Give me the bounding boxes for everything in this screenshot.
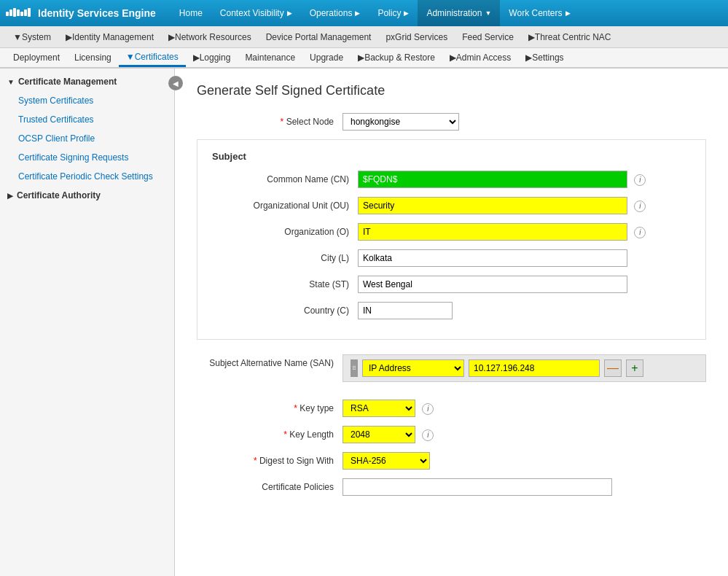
nav-operations[interactable]: Operations ▶ [301,0,369,26]
select-node-dropdown[interactable]: hongkongise [343,113,459,131]
svg-rect-6 [28,8,31,17]
cisco-logo-icon [6,6,32,20]
san-add-button[interactable]: + [626,359,643,377]
nav-operations-arrow: ▶ [355,9,360,17]
svg-rect-1 [9,9,12,16]
svg-rect-2 [13,8,16,17]
digest-dropdown[interactable]: SHA-256 SHA-384 SHA-512 [343,452,430,470]
common-name-field: i [358,171,691,188]
state-field [358,276,691,293]
cert-policies-label: Certificate Policies [197,482,343,492]
nav-maintenance[interactable]: Maintenance [238,48,302,67]
nav-work-centers[interactable]: Work Centers ▶ [500,0,579,26]
nav-deployment[interactable]: Deployment [6,48,67,67]
sidebar-collapse-button[interactable]: ◀ [168,76,183,90]
sidebar: ◀ ▼ Certificate Management System Certif… [0,69,175,576]
nav-certificates[interactable]: ▼ Certificates [119,48,186,67]
san-drag-handle[interactable]: ⠿ [351,359,358,377]
state-label: State (ST) [212,279,358,289]
state-input[interactable] [358,276,627,293]
san-remove-button[interactable]: — [604,359,622,377]
nav-work-centers-arrow: ▶ [565,9,571,17]
nav-pxgrid-services[interactable]: pxGrid Services [378,26,455,47]
select-node-row: * Select Node hongkongise [197,113,706,131]
key-type-info-icon[interactable]: i [422,403,434,415]
org-info-icon[interactable]: i [634,227,646,238]
org-unit-field: i [358,197,691,214]
nav-backup-restore-arrow-icon: ▶ [358,52,364,63]
nav-threat-centric-nac[interactable]: ▶ Threat Centric NAC [521,26,619,47]
cert-policies-field [343,478,706,496]
san-field: ⠿ IP Address DNS URI Email — + [343,354,706,391]
sidebar-item-trusted-certificates[interactable]: Trusted Certificates [0,110,174,129]
org-field: i [358,223,691,241]
nav-admin-access[interactable]: ▶ Admin Access [442,48,518,67]
org-label: Organization (O) [212,227,358,237]
sidebar-cert-authority-header[interactable]: ▶ Certificate Authority [0,186,174,205]
sidebar-item-system-certificates[interactable]: System Certificates [0,91,174,110]
nav-network-resources[interactable]: ▶ Network Resources [161,26,259,47]
nav-identity-management[interactable]: ▶ Identity Management [58,26,161,47]
country-field [358,302,691,319]
org-unit-input[interactable] [358,197,627,214]
city-label: City (L) [212,253,358,263]
nav-system-arrow-icon: ▼ [13,32,22,42]
key-length-dropdown[interactable]: 1024 2048 4096 [343,426,415,443]
nav-administration[interactable]: Administration ▼ [418,0,500,26]
san-row-inner: ⠿ IP Address DNS URI Email — + [351,359,698,377]
org-unit-info-icon[interactable]: i [634,201,646,212]
key-type-dropdown[interactable]: RSA ECDSA [343,400,415,417]
nav-network-resources-arrow-icon: ▶ [168,32,175,42]
nav-certificates-arrow-icon: ▼ [126,52,135,62]
nav-administration-arrow: ▼ [485,9,491,17]
content-area: Generate Self Signed Certificate * Selec… [175,69,728,576]
nav-home[interactable]: Home [171,0,211,26]
san-label: Subject Alternative Name (SAN) [197,354,343,368]
nav-logging[interactable]: ▶ Logging [186,48,238,67]
nav-system[interactable]: ▼ System [6,26,58,47]
digest-label: * Digest to Sign With [197,456,343,466]
nav-feed-service[interactable]: Feed Service [455,26,521,47]
cert-policies-input[interactable] [343,478,612,496]
nav-settings[interactable]: ▶ Settings [518,48,571,67]
nav-backup-restore[interactable]: ▶ Backup & Restore [351,48,442,67]
common-name-input[interactable] [358,171,627,188]
subject-section: Subject Common Name (CN) i Organizationa… [197,139,706,340]
key-length-info-icon[interactable]: i [422,429,434,441]
sidebar-item-ocsp-client-profile[interactable]: OCSP Client Profile [0,129,174,148]
nav-licensing[interactable]: Licensing [67,48,119,67]
common-name-info-icon[interactable]: i [634,174,646,186]
city-input[interactable] [358,249,627,267]
san-row: Subject Alternative Name (SAN) ⠿ IP Addr… [197,354,706,391]
nav-policy-arrow: ▶ [404,9,409,17]
nav-context-visibility[interactable]: Context Visibility ▶ [211,0,301,26]
common-name-row: Common Name (CN) i [212,171,691,188]
nav-context-visibility-arrow: ▶ [287,9,292,17]
sidebar-item-certificate-periodic-check-settings[interactable]: Certificate Periodic Check Settings [0,167,174,186]
common-name-label: Common Name (CN) [212,174,358,184]
state-row: State (ST) [212,276,691,293]
org-input[interactable] [358,223,627,241]
san-value-input[interactable] [469,359,600,377]
digest-row: * Digest to Sign With SHA-256 SHA-384 SH… [197,452,706,470]
sidebar-item-certificate-signing-requests[interactable]: Certificate Signing Requests [0,148,174,167]
nav-upgrade[interactable]: Upgrade [302,48,351,67]
nav-policy[interactable]: Policy ▶ [369,0,418,26]
key-length-row: * Key Length 1024 2048 4096 i [197,426,706,443]
nav-device-portal-management[interactable]: Device Portal Management [259,26,379,47]
san-type-dropdown[interactable]: IP Address DNS URI Email [362,359,464,377]
nav-threat-centric-nac-arrow-icon: ▶ [528,32,535,42]
sidebar-cert-management-header[interactable]: ▼ Certificate Management [0,72,174,91]
svg-rect-0 [6,12,9,16]
key-type-row: * Key type RSA ECDSA i [197,400,706,417]
org-row: Organization (O) i [212,223,691,241]
digest-field: SHA-256 SHA-384 SHA-512 [343,452,706,470]
select-node-label: * Select Node [197,117,343,127]
svg-rect-4 [20,12,23,16]
main-layout: ◀ ▼ Certificate Management System Certif… [0,69,728,576]
key-length-label: * Key Length [197,429,343,440]
country-input[interactable] [358,302,453,319]
top-navigation-bar: Identity Services Engine Home Context Vi… [0,0,728,26]
country-label: Country (C) [212,305,358,316]
subject-section-label: Subject [212,151,691,162]
